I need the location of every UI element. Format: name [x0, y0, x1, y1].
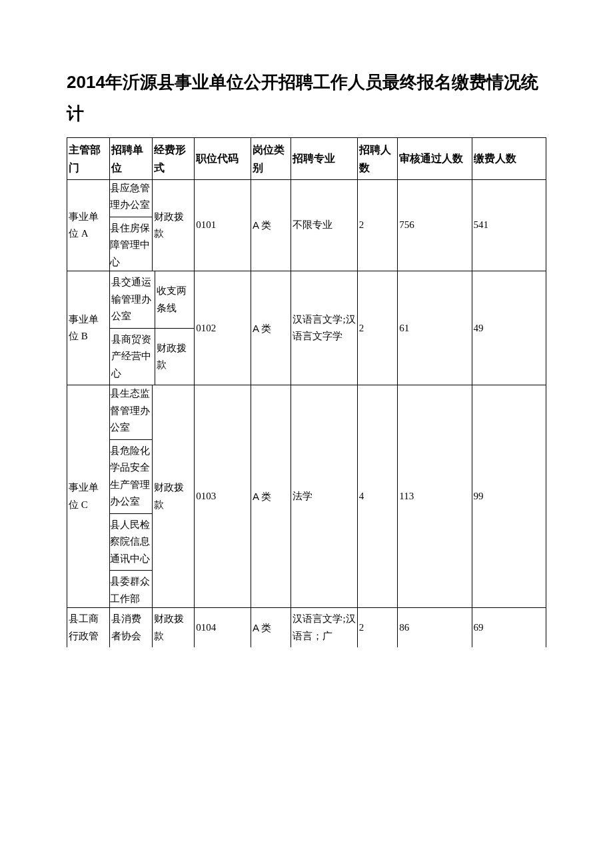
cell-cat: A 类 — [251, 179, 291, 271]
cell-pay: 99 — [472, 385, 546, 608]
table-row: 事业单位 A 县应急管理办公室 县住房保障管理中心 财政拨款 0101 A 类 … — [67, 179, 546, 271]
cell-pass: 86 — [398, 608, 472, 648]
cell-pass: 61 — [398, 271, 472, 385]
table-row: 事业单位 C 县生态监督管理办公室 县危险化学品安全生产管理办公室 县人民检察院… — [67, 385, 546, 608]
unit-item: 县委群众工作部 — [110, 573, 152, 607]
cell-qty: 4 — [357, 385, 398, 608]
cell-pass: 756 — [398, 179, 472, 271]
cell-unit: 县消费者协会 — [109, 608, 152, 648]
fund-item: 财政拨款 — [155, 328, 195, 385]
col-qty: 招聘人数 — [357, 137, 398, 179]
cell-unit: 县应急管理办公室 县住房保障管理中心 — [109, 179, 152, 271]
cell-major: 汉语言文学;汉语言；广 — [291, 608, 357, 648]
cell-cat: A 类 — [251, 385, 291, 608]
cell-cat: A 类 — [251, 608, 291, 648]
col-dept: 主管部门 — [67, 137, 110, 179]
col-major: 招聘专业 — [291, 137, 357, 179]
col-code: 职位代码 — [195, 137, 251, 179]
unit-item: 县住房保障管理中心 — [110, 220, 152, 271]
cell-code: 0104 — [195, 608, 251, 648]
col-cat: 岗位类别 — [251, 137, 291, 179]
unit-item: 县交通运输管理办公室 — [110, 271, 155, 328]
cell-fund: 财政拨款 — [152, 385, 195, 608]
cell-fund: 财政拨款 — [152, 608, 195, 648]
cell-major: 汉语言文学;汉语言文字学 — [291, 271, 357, 385]
cell-code: 0103 — [195, 385, 251, 608]
cell-major: 法学 — [291, 385, 357, 608]
cell-dept: 事业单位 A — [67, 179, 110, 271]
recruitment-table: 主管部门 招聘单位 经费形式 职位代码 岗位类别 招聘专业 招聘人数 审核通过人… — [67, 137, 546, 648]
cell-dept: 事业单位 B — [67, 271, 110, 385]
cell-dept: 事业单位 C — [67, 385, 110, 608]
table-row: 县工商行政管 县消费者协会 财政拨款 0104 A 类 汉语言文学;汉语言；广 … — [67, 608, 546, 648]
unit-item: 县生态监督管理办公室 — [110, 385, 152, 440]
cell-dept: 县工商行政管 — [67, 608, 110, 648]
cell-code: 0102 — [195, 271, 251, 385]
cell-fund: 财政拨款 — [152, 179, 195, 271]
page-title: 2014年沂源县事业单位公开招聘工作人员最终报名缴费情况统计 — [67, 67, 546, 129]
unit-item: 县危险化学品安全生产管理办公室 — [110, 443, 152, 514]
table-row: 事业单位 B 县交通运输管理办公室 收支两条线 县商贸资产经营中心 财政拨款 0… — [67, 271, 546, 385]
cell-pay: 49 — [472, 271, 546, 385]
cell-pass: 113 — [398, 385, 472, 608]
cell-cat: A 类 — [251, 271, 291, 385]
cell-code: 0101 — [195, 179, 251, 271]
cell-pay: 69 — [472, 608, 546, 648]
cell-pay: 541 — [472, 179, 546, 271]
cell-unit-fund: 县交通运输管理办公室 收支两条线 县商贸资产经营中心 财政拨款 — [109, 271, 195, 385]
cell-qty: 2 — [357, 608, 398, 648]
cell-qty: 2 — [357, 179, 398, 271]
col-unit: 招聘单位 — [109, 137, 152, 179]
cell-major: 不限专业 — [291, 179, 357, 271]
table-header-row: 主管部门 招聘单位 经费形式 职位代码 岗位类别 招聘专业 招聘人数 审核通过人… — [67, 137, 546, 179]
unit-item: 县人民检察院信息通讯中心 — [110, 517, 152, 571]
cell-unit: 县生态监督管理办公室 县危险化学品安全生产管理办公室 县人民检察院信息通讯中心 … — [109, 385, 152, 608]
unit-item: 县应急管理办公室 — [110, 180, 152, 217]
col-fund: 经费形式 — [152, 137, 195, 179]
unit-item: 县商贸资产经营中心 — [110, 328, 155, 385]
col-pay: 缴费人数 — [472, 137, 546, 179]
cell-qty: 2 — [357, 271, 398, 385]
fund-item: 收支两条线 — [155, 271, 195, 328]
col-pass: 审核通过人数 — [398, 137, 472, 179]
